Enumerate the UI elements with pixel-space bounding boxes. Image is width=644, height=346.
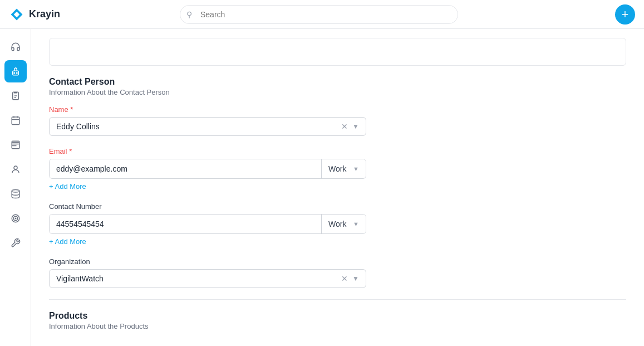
headset-icon[interactable] <box>4 36 27 58</box>
name-select-actions: ✕ ▼ <box>341 122 359 131</box>
contact-number-type-chevron: ▼ <box>353 221 359 227</box>
main-content: Contact Person Information About the Con… <box>31 29 644 346</box>
storage-icon[interactable] <box>4 183 27 205</box>
contact-number-add-more[interactable]: + Add More <box>49 237 86 246</box>
organization-select-actions: ✕ ▼ <box>341 274 359 283</box>
name-label: Name * <box>49 105 626 114</box>
logo-icon <box>9 7 24 22</box>
contact-number-input[interactable] <box>50 215 321 233</box>
organization-value: VigilantWatch <box>56 274 104 283</box>
contacts-icon[interactable] <box>4 158 27 181</box>
organization-clear-icon[interactable]: ✕ <box>341 274 348 283</box>
organization-label: Organization <box>49 257 626 266</box>
svg-point-10 <box>15 218 16 219</box>
wrench-icon[interactable] <box>4 232 27 254</box>
organization-form-group: Organization VigilantWatch ✕ ▼ <box>49 257 626 288</box>
svg-point-1 <box>14 72 15 74</box>
notes-icon[interactable] <box>4 134 27 156</box>
contact-person-section-header: Contact Person Information About the Con… <box>49 77 626 96</box>
svg-rect-4 <box>12 117 19 125</box>
sidebar-nav <box>0 29 31 346</box>
clipboard-icon[interactable] <box>4 85 27 107</box>
contact-number-form-group: Contact Number Work ▼ + Add More <box>49 202 626 246</box>
robot-icon[interactable] <box>4 60 27 82</box>
contact-number-label: Contact Number <box>49 202 626 211</box>
products-title: Products <box>49 311 626 321</box>
top-card <box>49 38 626 66</box>
email-label: Email * <box>49 147 626 155</box>
app-name: Krayin <box>29 8 60 20</box>
contact-number-type-select[interactable]: Work ▼ <box>321 215 366 233</box>
email-add-more[interactable]: + Add More <box>49 182 86 191</box>
svg-point-2 <box>16 72 17 74</box>
logo-area: Krayin <box>9 7 98 22</box>
email-type-select[interactable]: Work ▼ <box>321 159 366 178</box>
name-select-row: Eddy Collins ✕ ▼ <box>49 117 366 136</box>
contact-person-title: Contact Person <box>49 77 626 87</box>
calendar-icon[interactable] <box>4 109 27 131</box>
add-button[interactable]: + <box>615 4 635 25</box>
target-icon[interactable] <box>4 207 27 230</box>
products-subtitle: Information About the Products <box>49 322 626 330</box>
search-input[interactable] <box>180 5 458 24</box>
contact-number-input-row: Work ▼ <box>49 214 366 234</box>
name-value: Eddy Collins <box>56 122 100 131</box>
section-divider <box>49 299 626 300</box>
search-bar: ⚲ <box>180 5 458 24</box>
svg-point-7 <box>12 190 19 193</box>
organization-select-row: VigilantWatch ✕ ▼ <box>49 269 366 288</box>
email-input[interactable] <box>50 159 321 178</box>
email-type-label: Work <box>328 164 346 173</box>
contact-person-subtitle: Information About the Contact Person <box>49 88 626 96</box>
email-type-chevron: ▼ <box>353 165 359 172</box>
search-icon: ⚲ <box>186 10 192 19</box>
email-input-row: Work ▼ <box>49 159 366 179</box>
products-section-header: Products Information About the Products <box>49 311 626 330</box>
name-form-group: Name * Eddy Collins ✕ ▼ <box>49 105 626 136</box>
organization-chevron-icon[interactable]: ▼ <box>352 275 359 282</box>
name-chevron-icon[interactable]: ▼ <box>352 123 359 130</box>
name-clear-icon[interactable]: ✕ <box>341 122 348 131</box>
svg-point-6 <box>14 166 17 169</box>
email-form-group: Email * Work ▼ + Add More <box>49 147 626 191</box>
contact-number-type-label: Work <box>328 220 346 228</box>
